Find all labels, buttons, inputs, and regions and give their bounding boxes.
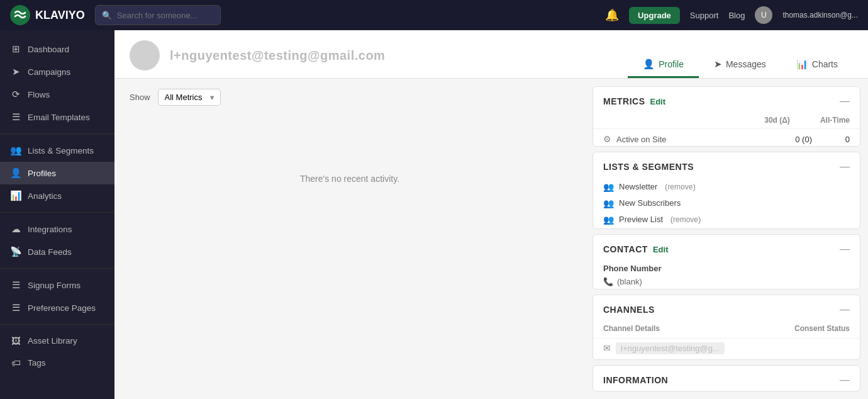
channels-title: CHANNELS [603,305,655,315]
channels-col2-label: Consent Status [794,324,850,333]
profile-avatar [130,40,160,70]
tab-label: Messages [726,59,766,69]
sidebar-item-integrations[interactable]: ☁ Integrations [0,218,114,240]
lists-collapse-icon[interactable]: — [840,161,850,172]
main-layout: ⊞ Dashboard ➤ Campaigns ⟳ Flows ☰ Email … [0,30,868,399]
tags-icon: 🏷 [10,357,21,368]
sidebar-divider-4 [0,324,114,325]
channels-col1-label: Channel Details [603,324,660,333]
channel-row-email: ✉ l+nguyentest@testing@g... [593,338,860,358]
sidebar-item-label: Email Templates [28,113,90,122]
analytics-icon: 📊 [10,190,21,201]
sidebar-item-dashboard[interactable]: ⊞ Dashboard [0,38,114,60]
metrics-select-wrapper[interactable]: All Metrics ▼ [158,89,221,106]
search-box[interactable]: 🔍 [95,5,221,25]
flows-icon: ⟳ [10,89,21,100]
sidebar-item-label: Tags [28,358,46,368]
upgrade-button[interactable]: Upgrade [629,7,680,24]
sidebar-item-asset-library[interactable]: 🖼 Asset Library [0,330,114,352]
main-split: Show All Metrics ▼ There's no recent act… [114,79,868,399]
metrics-row: ⚙ Active on Site 0 (0) 0 [593,128,860,147]
channels-card: CHANNELS — Channel Details Consent Statu… [593,295,860,360]
logo[interactable]: KLAVIYO [10,5,85,25]
contact-field-label: Phone Number [593,261,860,276]
content-area: l+nguyentest@testing@gmail.com 👤 Profile… [114,30,868,399]
notifications-icon[interactable]: 🔔 [605,8,619,22]
sidebar-item-lists-segments[interactable]: 👥 Lists & Segments [0,139,114,162]
sidebar-item-label: Profiles [28,169,56,178]
metrics-collapse-icon[interactable]: — [840,96,850,107]
active-on-site-label: Active on Site [616,135,762,144]
signup-forms-icon: ☰ [10,279,21,291]
sidebar-divider-2 [0,212,114,213]
sidebar-item-profiles[interactable]: 👤 Profiles [0,162,114,184]
profile-header-row: l+nguyentest@testing@gmail.com 👤 Profile… [130,40,853,78]
sidebar-item-preference-pages[interactable]: ☰ Preference Pages [0,296,114,319]
email-channel-icon: ✉ [603,343,611,353]
channels-collapse-icon[interactable]: — [840,304,850,315]
channels-col-headers: Channel Details Consent Status [593,322,860,338]
tab-messages[interactable]: ➤ Messages [699,52,781,78]
tab-charts[interactable]: 📊 Charts [781,52,853,78]
remove-preview-link[interactable]: remove [673,215,698,224]
metrics-card-header: METRICS Edit — [593,87,860,113]
segment-label-newsletter: Newsletter [619,182,657,191]
contact-edit-link[interactable]: Edit [653,245,669,254]
sidebar-item-email-templates[interactable]: ☰ Email Templates [0,106,114,128]
profile-tab-icon: 👤 [643,59,655,70]
profile-email: l+nguyentest@testing@gmail.com [170,48,385,63]
active-on-site-icon: ⚙ [603,134,611,144]
topnav-right: 🔔 Upgrade Support Blog U thomas.adkinson… [605,6,858,24]
segment-icon-preview-list: 👥 [603,215,614,225]
sidebar: ⊞ Dashboard ➤ Campaigns ⟳ Flows ☰ Email … [0,30,114,399]
sidebar-item-signup-forms[interactable]: ☰ Signup Forms [0,274,114,296]
sidebar-item-label: Flows [28,90,50,99]
sidebar-divider-3 [0,268,114,269]
sidebar-item-label: Asset Library [28,336,77,346]
blog-link[interactable]: Blog [728,11,745,20]
segment-label-preview-list: Preview List [619,215,663,224]
contact-card-header: CONTACT Edit — [593,235,860,261]
information-collapse-icon[interactable]: — [840,374,850,386]
tab-label: Charts [812,59,838,69]
sidebar-item-analytics[interactable]: 📊 Analytics [0,184,114,207]
support-link[interactable]: Support [690,11,719,20]
contact-title-row: CONTACT Edit [603,244,668,254]
information-card: INFORMATION — [593,365,860,391]
sidebar-item-flows[interactable]: ⟳ Flows [0,83,114,106]
sidebar-item-label: Preference Pages [28,303,96,313]
sidebar-item-label: Signup Forms [28,281,81,290]
profiles-icon: 👤 [10,167,21,179]
metrics-select[interactable]: All Metrics [158,89,221,106]
metrics-title: METRICS [603,96,645,106]
profile-tabs: 👤 Profile ➤ Messages 📊 Charts [628,52,853,78]
metrics-col1-label: 30d (Δ) [764,116,790,125]
sidebar-item-label: Campaigns [28,67,70,77]
segment-remove-newsletter: (remove) [662,182,695,191]
charts-tab-icon: 📊 [796,59,808,70]
sidebar-item-campaigns[interactable]: ➤ Campaigns [0,60,114,83]
tab-profile[interactable]: 👤 Profile [628,52,699,78]
segment-icon-newsletter: 👥 [603,182,614,192]
profile-header: l+nguyentest@testing@gmail.com 👤 Profile… [114,30,868,79]
segment-icon-new-subscribers: 👥 [603,198,614,208]
search-input[interactable] [117,11,214,20]
sidebar-item-data-feeds[interactable]: 📡 Data Feeds [0,240,114,263]
avatar: U [755,6,772,24]
sidebar-item-label: Dashboard [28,45,69,54]
svg-point-0 [10,5,30,25]
campaigns-icon: ➤ [10,66,21,77]
remove-newsletter-link[interactable]: remove [667,183,693,191]
user-email: thomas.adkinson@g... [782,11,858,20]
sidebar-item-tags[interactable]: 🏷 Tags [0,352,114,374]
contact-collapse-icon[interactable]: — [840,244,850,255]
email-templates-icon: ☰ [10,111,21,123]
metrics-edit-link[interactable]: Edit [650,97,666,106]
sidebar-item-label: Lists & Segments [28,146,94,155]
show-label: Show [130,93,150,102]
contact-title: CONTACT [603,244,648,254]
contact-phone-value: (blank) [617,277,642,286]
show-row: Show All Metrics ▼ [130,89,570,106]
activity-panel: Show All Metrics ▼ There's no recent act… [114,79,585,399]
data-feeds-icon: 📡 [10,246,21,257]
